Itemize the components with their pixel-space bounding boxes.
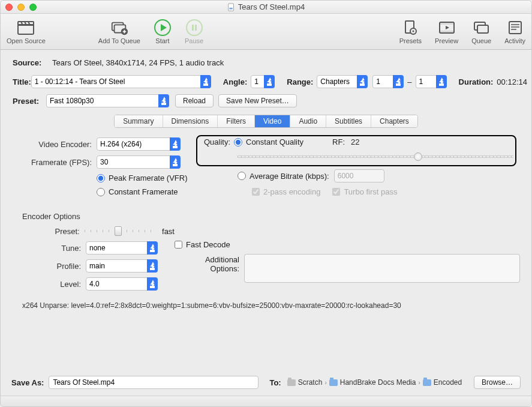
range-to-select[interactable]: 1▲▼ [416, 75, 447, 88]
add-to-queue-button[interactable]: Add To Queue [96, 17, 143, 47]
tab-chapters[interactable]: Chapters [371, 115, 417, 127]
pause-button: Pause [182, 17, 206, 47]
title-row: Title: 1 - 00:12:14 - Tears Of Steel ▲▼ … [13, 75, 519, 88]
pause-label: Pause [185, 37, 203, 44]
tab-video[interactable]: Video [255, 115, 290, 127]
tune-select[interactable]: none▲▼ [86, 241, 158, 255]
rf-label: RF: [332, 137, 345, 146]
folder-icon [329, 379, 338, 386]
quality-slider[interactable] [238, 151, 513, 162]
title-label: Title: [13, 77, 31, 86]
range-dash: – [407, 77, 411, 86]
play-icon [154, 19, 172, 36]
footer [1, 396, 531, 406]
open-source-button[interactable]: Open Source [4, 17, 48, 47]
enc-preset-label: Preset: [19, 227, 85, 236]
svg-point-19 [413, 30, 414, 32]
to-label: To: [269, 378, 281, 387]
tab-filters[interactable]: Filters [218, 115, 255, 127]
video-panel: Video Encoder: H.264 (x264)▲▼ Framerate … [13, 133, 519, 312]
svg-rect-21 [440, 22, 454, 25]
document-gear-icon [401, 19, 419, 36]
preset-row: Preset: Fast 1080p30▲▼ Reload Save New P… [13, 94, 519, 107]
svg-rect-15 [192, 25, 194, 31]
pause-icon [185, 19, 203, 36]
reload-button[interactable]: Reload [175, 94, 214, 107]
bottom-bar: Save As: To: Scratch › HandBrake Docs Me… [1, 372, 531, 393]
close-icon[interactable] [5, 4, 13, 11]
activity-icon [506, 19, 524, 36]
tab-subtitles[interactable]: Subtitles [326, 115, 371, 127]
destination-path[interactable]: Scratch › HandBrake Docs Media › Encoded [287, 378, 462, 387]
duration-label: Duration: [459, 77, 494, 86]
fps-label: Framerate (FPS): [19, 158, 97, 167]
range-label: Range: [287, 77, 313, 86]
additional-options-textarea[interactable] [244, 254, 520, 283]
minimize-icon[interactable] [17, 4, 25, 11]
svg-rect-1 [229, 7, 232, 9]
profile-label: Profile: [19, 262, 86, 271]
tab-summary[interactable]: Summary [115, 115, 163, 127]
folder-icon [423, 379, 431, 386]
source-value: Tears Of Steel, 3840x1714, 24 FPS, 1 aud… [52, 58, 224, 67]
tab-audio[interactable]: Audio [290, 115, 326, 127]
toolbar: Open Source Add To Queue Start Pause Pre… [1, 14, 531, 50]
title-select[interactable]: 1 - 00:12:14 - Tears Of Steel ▲▼ [31, 75, 211, 88]
angle-label: Angle: [223, 77, 247, 86]
x264-unparse: x264 Unparse: level=4.0:ref=2:8x8dct=0:w… [19, 301, 513, 310]
avg-bitrate-radio[interactable]: Average Bitrate (kbps): [238, 172, 329, 181]
save-new-preset-button[interactable]: Save New Preset… [218, 94, 297, 107]
constant-quality-radio[interactable]: Constant Quality [234, 137, 303, 146]
svg-marker-23 [446, 26, 449, 29]
browse-button[interactable]: Browse… [474, 376, 521, 389]
chevron-right-icon: › [324, 379, 326, 386]
start-button[interactable]: Start [151, 17, 174, 47]
content-area: Source: Tears Of Steel, 3840x1714, 24 FP… [1, 50, 531, 313]
source-label: Source: [13, 58, 46, 67]
presets-label: Presets [399, 37, 422, 44]
open-source-label: Open Source [7, 37, 46, 44]
saveas-label: Save As: [11, 378, 44, 387]
two-pass-checkbox: 2-pass encoding [252, 187, 320, 196]
constant-framerate-radio[interactable]: Constant Framerate [97, 187, 178, 196]
svg-rect-26 [509, 22, 521, 34]
fast-decode-checkbox[interactable]: Fast Decode [175, 240, 230, 249]
enc-preset-slider[interactable] [85, 226, 156, 237]
svg-rect-0 [229, 3, 234, 10]
presets-button[interactable]: Presets [397, 17, 424, 47]
duration-value: 00:12:14 [497, 77, 527, 86]
svg-rect-2 [18, 25, 34, 34]
queue-button[interactable]: Queue [469, 17, 494, 47]
profile-select[interactable]: main▲▼ [86, 259, 158, 273]
svg-rect-22 [440, 31, 454, 33]
range-from-select[interactable]: 1▲▼ [372, 75, 404, 88]
saveas-input[interactable] [49, 376, 259, 389]
quality-label: Quality: [202, 137, 234, 146]
maximize-icon[interactable] [29, 4, 37, 11]
preview-button[interactable]: Preview [432, 17, 461, 47]
rf-value: 22 [351, 137, 359, 146]
window-title: Tears Of Steel.mp4 [1, 2, 531, 11]
addopts-label: Additional Options: [175, 254, 244, 273]
queue-icon [473, 19, 491, 36]
activity-button[interactable]: Activity [502, 17, 528, 47]
encoder-select[interactable]: H.264 (x264)▲▼ [97, 137, 181, 151]
tune-label: Tune: [19, 244, 86, 253]
angle-select[interactable]: 1▲▼ [251, 75, 275, 88]
fps-select[interactable]: 30▲▼ [97, 155, 181, 169]
range-mode-select[interactable]: Chapters▲▼ [317, 75, 368, 88]
svg-point-14 [187, 20, 202, 35]
enc-preset-speed: fast [162, 227, 175, 236]
source-row: Source: Tears Of Steel, 3840x1714, 24 FP… [13, 56, 519, 69]
level-label: Level: [19, 280, 86, 289]
avg-bitrate-input[interactable] [334, 169, 384, 182]
preset-select[interactable]: Fast 1080p30▲▼ [46, 94, 169, 107]
level-select[interactable]: 4.0▲▼ [86, 277, 158, 291]
clapperboard-icon [17, 19, 35, 36]
tab-dimensions[interactable]: Dimensions [163, 115, 218, 127]
preview-label: Preview [435, 37, 458, 44]
add-to-queue-label: Add To Queue [98, 37, 140, 44]
peak-vfr-radio[interactable]: Peak Framerate (VFR) [97, 173, 187, 182]
chevron-right-icon: › [418, 379, 420, 386]
svg-marker-13 [161, 24, 167, 31]
